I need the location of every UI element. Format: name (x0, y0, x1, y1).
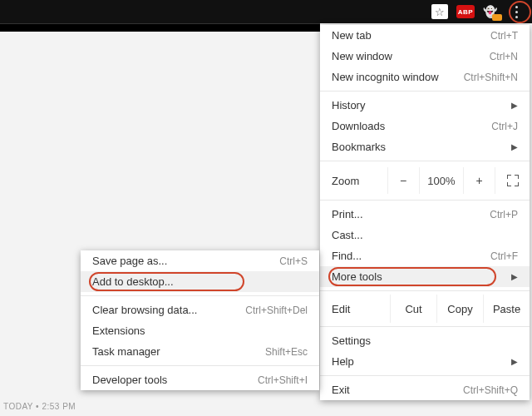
menu-label: Exit (332, 384, 463, 396)
menu-separator (320, 91, 530, 92)
menu-label: Add to desktop... (92, 275, 308, 288)
menu-new-tab[interactable]: New tab Ctrl+T (320, 25, 530, 46)
menu-shortcut: Ctrl+Shift+I (258, 374, 308, 386)
edit-paste-button[interactable]: Paste (483, 295, 530, 323)
menu-new-window[interactable]: New window Ctrl+N (320, 46, 530, 67)
zoom-percent: 100% (419, 167, 463, 194)
chrome-main-menu: New tab Ctrl+T New window Ctrl+N New inc… (320, 25, 530, 400)
menu-print[interactable]: Print... Ctrl+P (320, 204, 530, 225)
menu-label: Print... (332, 208, 490, 220)
submenu-add-to-desktop[interactable]: Add to desktop... (81, 271, 319, 292)
menu-cast[interactable]: Cast... (320, 225, 530, 245)
menu-downloads[interactable]: Downloads Ctrl+J (320, 116, 530, 136)
edit-copy-button[interactable]: Copy (436, 295, 483, 323)
extension-abp-icon[interactable]: ABP (456, 5, 475, 18)
menu-label: More tools (332, 270, 506, 283)
menu-label: Clear browsing data... (92, 304, 245, 316)
menu-separator (320, 161, 530, 161)
page-header-bar (0, 23, 320, 32)
menu-shortcut: Ctrl+Shift+N (464, 72, 518, 83)
menu-label: Downloads (332, 120, 491, 132)
kebab-icon (515, 6, 518, 18)
menu-separator (81, 365, 319, 366)
menu-shortcut: Shift+Esc (265, 346, 308, 358)
menu-label: Save page as... (92, 255, 279, 267)
chevron-right-icon: ▶ (506, 101, 518, 110)
menu-exit[interactable]: Exit Ctrl+Shift+Q (320, 379, 530, 400)
menu-settings[interactable]: Settings (320, 330, 530, 351)
fullscreen-icon (507, 175, 519, 186)
submenu-task-manager[interactable]: Task manager Shift+Esc (81, 341, 319, 362)
chrome-menu-button[interactable] (505, 1, 527, 22)
submenu-developer-tools[interactable]: Developer tools Ctrl+Shift+I (81, 369, 319, 390)
menu-shortcut: Ctrl+S (279, 255, 308, 267)
menu-label: Task manager (92, 345, 265, 358)
submenu-extensions[interactable]: Extensions (81, 320, 319, 341)
menu-label: New window (332, 50, 490, 62)
menu-separator (320, 200, 530, 201)
menu-label: Cast... (332, 229, 518, 241)
menu-separator (320, 375, 530, 376)
menu-separator (320, 290, 530, 291)
menu-shortcut: Ctrl+Shift+Del (245, 305, 308, 316)
menu-find[interactable]: Find... Ctrl+F (320, 245, 530, 266)
edit-cut-button[interactable]: Cut (390, 295, 436, 323)
menu-label: Developer tools (92, 374, 258, 386)
bookmark-star-icon[interactable]: ☆ (431, 4, 448, 19)
menu-label: New tab (332, 29, 490, 42)
menu-separator (81, 295, 319, 296)
menu-separator (320, 326, 530, 327)
chevron-right-icon: ▶ (506, 272, 518, 281)
menu-bookmarks[interactable]: Bookmarks ▶ (320, 136, 530, 157)
menu-label: Settings (332, 334, 518, 347)
menu-label: Help (332, 355, 506, 368)
more-tools-submenu: Save page as... Ctrl+S Add to desktop...… (81, 250, 319, 390)
menu-new-incognito[interactable]: New incognito window Ctrl+Shift+N (320, 67, 530, 87)
menu-label: Extensions (92, 324, 308, 337)
menu-shortcut: Ctrl+J (491, 121, 518, 132)
menu-shortcut: Ctrl+N (490, 51, 518, 62)
menu-label: Find... (332, 250, 490, 262)
zoom-in-button[interactable]: + (463, 167, 495, 194)
extension-ghostery-icon[interactable]: 👻 (483, 5, 497, 18)
menu-shortcut: Ctrl+F (490, 250, 518, 262)
menu-zoom: Zoom − 100% + (320, 165, 530, 196)
fullscreen-button[interactable] (495, 167, 530, 194)
menu-more-tools[interactable]: More tools ▶ (320, 266, 530, 287)
zoom-out-button[interactable]: − (387, 167, 419, 194)
menu-label: History (332, 99, 506, 111)
submenu-clear-browsing-data[interactable]: Clear browsing data... Ctrl+Shift+Del (81, 300, 319, 320)
page-timestamp: TODAY • 2:53 PM (3, 402, 76, 411)
menu-shortcut: Ctrl+T (490, 30, 518, 42)
menu-label: New incognito window (332, 71, 464, 83)
submenu-save-page[interactable]: Save page as... Ctrl+S (81, 250, 319, 271)
menu-help[interactable]: Help ▶ (320, 351, 530, 372)
menu-label: Edit (332, 303, 390, 315)
browser-toolbar: ☆ ABP 👻 (0, 0, 532, 23)
menu-edit: Edit Cut Copy Paste (320, 295, 530, 323)
menu-shortcut: Ctrl+Shift+Q (463, 384, 518, 396)
chevron-right-icon: ▶ (506, 357, 518, 366)
menu-label: Bookmarks (332, 141, 506, 153)
menu-history[interactable]: History ▶ (320, 95, 530, 116)
menu-shortcut: Ctrl+P (490, 209, 518, 220)
menu-label: Zoom (332, 175, 387, 187)
chevron-right-icon: ▶ (506, 142, 518, 151)
